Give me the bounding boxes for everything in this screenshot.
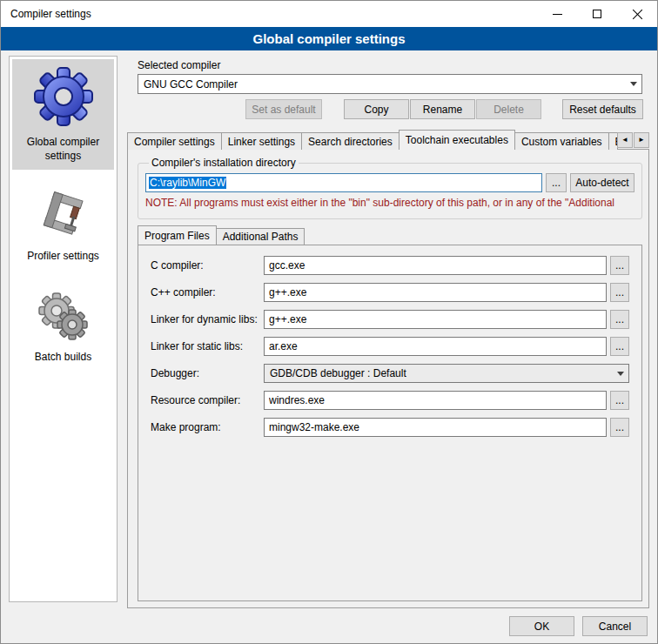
dynamic-linker-input[interactable] xyxy=(264,310,607,329)
clamp-tool-icon xyxy=(36,187,91,243)
window-title: Compiler settings xyxy=(10,8,91,20)
selected-compiler-value: GNU GCC Compiler xyxy=(138,78,626,91)
tab-scroll-right-button[interactable]: ► xyxy=(634,132,649,148)
installation-directory-group: Compiler's installation directory C:\ray… xyxy=(138,157,642,219)
resource-compiler-label: Resource compiler: xyxy=(151,394,264,406)
dynamic-linker-browse-button[interactable]: ... xyxy=(610,310,629,329)
cancel-button[interactable]: Cancel xyxy=(582,616,648,636)
minimize-button[interactable] xyxy=(537,1,577,27)
settings-category-sidebar: Global compiler settings Profiler settin… xyxy=(9,56,118,602)
static-linker-label: Linker for static libs: xyxy=(151,340,264,352)
sidebar-item-global-compiler-settings[interactable]: Global compiler settings xyxy=(12,59,114,170)
field-row-debugger: Debugger: GDB/CDB debugger : Default xyxy=(151,364,629,383)
selected-compiler-dropdown[interactable]: GNU GCC Compiler xyxy=(138,74,642,94)
debugger-select[interactable]: GDB/CDB debugger : Default xyxy=(264,364,629,383)
close-icon xyxy=(632,9,643,20)
debugger-label: Debugger: xyxy=(151,367,264,379)
set-as-default-button[interactable]: Set as default xyxy=(245,99,322,119)
debugger-value: GDB/CDB debugger : Default xyxy=(265,367,613,379)
make-program-label: Make program: xyxy=(151,421,264,433)
install-dir-browse-button[interactable]: ... xyxy=(546,173,567,192)
sidebar-item-label: Batch builds xyxy=(35,351,91,365)
selected-compiler-label: Selected compiler xyxy=(138,59,220,71)
tab-linker-settings[interactable]: Linker settings xyxy=(221,132,302,150)
rename-button[interactable]: Rename xyxy=(410,99,475,119)
sidebar-item-label: Profiler settings xyxy=(27,250,99,264)
compiler-settings-dialog: Compiler settings Global compiler settin… xyxy=(0,0,658,644)
static-linker-input[interactable] xyxy=(264,337,607,356)
resource-compiler-browse-button[interactable]: ... xyxy=(610,391,629,410)
tab-custom-variables[interactable]: Custom variables xyxy=(514,132,609,150)
sidebar-item-label: Global compiler settings xyxy=(14,136,112,163)
install-dir-input[interactable]: C:\raylib\MinGW xyxy=(145,173,542,192)
c-compiler-label: C compiler: xyxy=(151,259,264,272)
resource-compiler-input[interactable] xyxy=(264,391,607,410)
bin-subdirectory-note: NOTE: All programs must exist either in … xyxy=(145,197,634,209)
field-row-dynamic-linker: Linker for dynamic libs: ... xyxy=(151,310,629,329)
compiler-actions: Set as default Copy Rename Delete Reset … xyxy=(127,99,649,119)
c-compiler-input[interactable] xyxy=(264,256,607,275)
close-button[interactable] xyxy=(617,1,657,27)
sidebar-item-profiler-settings[interactable]: Profiler settings xyxy=(12,182,114,271)
chevron-down-icon xyxy=(613,365,628,382)
minimize-icon xyxy=(553,14,562,15)
field-row-resource-compiler: Resource compiler: ... xyxy=(151,391,629,410)
gray-gears-icon xyxy=(36,288,91,344)
page-title: Global compiler settings xyxy=(1,27,657,50)
copy-button[interactable]: Copy xyxy=(344,99,409,119)
installation-directory-legend: Compiler's installation directory xyxy=(149,157,299,169)
titlebar: Compiler settings xyxy=(1,1,657,27)
ok-button[interactable]: OK xyxy=(509,616,574,636)
program-files-panel: C compiler: ... C++ compiler: ... Linker… xyxy=(138,245,642,601)
window-controls xyxy=(537,1,657,27)
settings-tabstrip: Compiler settings Linker settings Search… xyxy=(127,130,649,150)
tab-scroll-left-button[interactable]: ◄ xyxy=(617,132,633,148)
install-dir-value: C:\raylib\MinGW xyxy=(149,177,226,189)
tab-program-files[interactable]: Program Files xyxy=(138,225,217,245)
cpp-compiler-label: C++ compiler: xyxy=(151,286,264,299)
sidebar-item-batch-builds[interactable]: Batch builds xyxy=(12,283,114,372)
dynamic-linker-label: Linker for dynamic libs: xyxy=(151,313,264,325)
c-compiler-browse-button[interactable]: ... xyxy=(610,256,629,275)
auto-detect-button[interactable]: Auto-detect xyxy=(570,173,634,192)
maximize-icon xyxy=(593,10,601,18)
tab-search-directories[interactable]: Search directories xyxy=(301,132,400,150)
tab-additional-paths[interactable]: Additional Paths xyxy=(216,228,306,245)
reset-defaults-button[interactable]: Reset defaults xyxy=(562,99,643,119)
maximize-button[interactable] xyxy=(577,1,617,27)
field-row-cpp-compiler: C++ compiler: ... xyxy=(151,283,629,302)
field-row-static-linker: Linker for static libs: ... xyxy=(151,337,629,356)
chevron-down-icon xyxy=(626,75,641,93)
tab-toolchain-executables[interactable]: Toolchain executables xyxy=(399,130,515,150)
delete-button[interactable]: Delete xyxy=(476,99,541,119)
make-program-input[interactable] xyxy=(264,418,607,437)
field-row-c-compiler: C compiler: ... xyxy=(151,256,629,275)
make-program-browse-button[interactable]: ... xyxy=(610,418,629,437)
static-linker-browse-button[interactable]: ... xyxy=(610,337,629,356)
cpp-compiler-browse-button[interactable]: ... xyxy=(610,283,629,302)
tab-scroll-controls: ◄ ► xyxy=(617,132,649,148)
blue-gear-icon xyxy=(31,64,96,129)
program-files-tabstrip: Program Files Additional Paths xyxy=(138,225,304,245)
field-row-make-program: Make program: ... xyxy=(151,418,629,437)
tab-compiler-settings[interactable]: Compiler settings xyxy=(127,132,222,150)
cpp-compiler-input[interactable] xyxy=(264,283,607,302)
